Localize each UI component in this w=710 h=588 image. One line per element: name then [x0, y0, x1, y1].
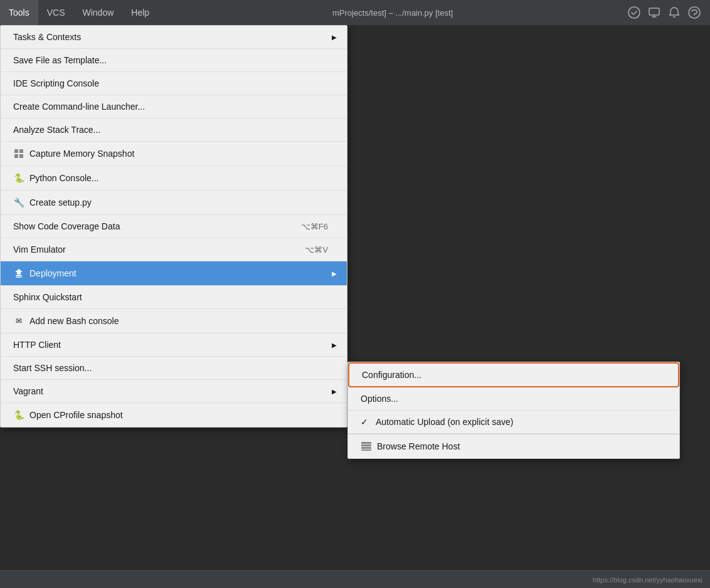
menu-item-capture-memory[interactable]: Capture Memory Snapshot: [1, 142, 347, 166]
analyze-stack-label: Analyze Stack Trace...: [13, 125, 100, 135]
svg-rect-7: [16, 275, 22, 276]
tasks-label: Tasks & Contexts: [13, 32, 81, 42]
menu-item-create-setup[interactable]: 🔧 Create setup.py: [1, 191, 347, 215]
tools-dropdown: Tasks & Contexts Save File as Template..…: [0, 25, 347, 428]
chat-icon[interactable]: [687, 6, 701, 19]
svg-rect-1: [649, 8, 659, 15]
svg-rect-8: [16, 277, 22, 278]
menu-item-vagrant[interactable]: Vagrant: [1, 380, 347, 403]
python-icon: 🐍: [13, 172, 24, 184]
vim-label: Vim Emulator: [13, 244, 66, 255]
window-title: mProjects/test] – .../main.py [test]: [158, 0, 627, 25]
menu-item-tasks[interactable]: Tasks & Contexts: [1, 26, 347, 49]
menu-item-ssh[interactable]: Start SSH session...: [1, 357, 347, 380]
menu-item-python-console[interactable]: 🐍 Python Console...: [1, 166, 347, 191]
ide-scripting-label: IDE Scripting Console: [13, 78, 99, 88]
submenu-item-browse-remote[interactable]: Browse Remote Host: [348, 434, 679, 458]
menu-vcs[interactable]: VCS: [38, 0, 74, 25]
svg-point-2: [689, 7, 700, 18]
menu-item-deployment[interactable]: Deployment: [1, 261, 347, 286]
sphinx-label: Sphinx Quickstart: [13, 292, 82, 302]
svg-point-0: [628, 7, 640, 18]
http-client-label: HTTP Client: [13, 340, 61, 350]
app-menubar: Tools VCS Window Help mProjects/test] – …: [0, 0, 710, 25]
monitor-icon[interactable]: [647, 6, 661, 19]
browse-remote-icon: [361, 441, 372, 452]
configuration-label: Configuration...: [362, 370, 421, 380]
svg-rect-4: [19, 149, 23, 153]
status-bar: https://blog.csdn.net/yyhaohaoxuexi: [0, 570, 710, 588]
bash-icon: ✉: [13, 315, 24, 327]
cprofile-label: Open CProfile snapshot: [29, 410, 123, 420]
svg-rect-12: [361, 449, 371, 451]
deployment-label: Deployment: [29, 268, 77, 278]
check-circle-icon[interactable]: [627, 6, 641, 19]
menu-tools[interactable]: Tools: [0, 0, 38, 25]
menu-item-cprofile[interactable]: 🐍 Open CProfile snapshot: [1, 403, 347, 427]
deployment-submenu: Configuration... Options... ✓ Automatic …: [347, 362, 680, 459]
menu-item-save-template[interactable]: Save File as Template...: [1, 49, 347, 72]
browse-remote-label: Browse Remote Host: [377, 441, 460, 451]
menu-item-analyze-stack[interactable]: Analyze Stack Trace...: [1, 118, 347, 142]
svg-rect-5: [14, 154, 18, 158]
menu-item-show-coverage[interactable]: Show Code Coverage Data ⌥⌘F6: [1, 215, 347, 238]
checkmark-icon: ✓: [361, 417, 368, 427]
svg-rect-9: [361, 442, 371, 444]
create-setup-label: Create setup.py: [29, 197, 92, 207]
menu-window[interactable]: Window: [73, 0, 122, 25]
show-coverage-label: Show Code Coverage Data: [13, 221, 120, 231]
setup-icon: 🔧: [13, 197, 24, 208]
auto-upload-label: Automatic Upload (on explicit save): [376, 417, 513, 427]
submenu-item-configuration[interactable]: Configuration...: [348, 362, 679, 387]
svg-rect-6: [19, 154, 23, 158]
menu-item-ide-scripting[interactable]: IDE Scripting Console: [1, 72, 347, 95]
deployment-icon: [13, 268, 24, 279]
status-url: https://blog.csdn.net/yyhaohaoxuexi: [593, 576, 702, 584]
svg-rect-3: [14, 149, 18, 153]
python-console-label: Python Console...: [29, 173, 99, 183]
snapshot-icon: [13, 148, 24, 159]
menu-item-bash-console[interactable]: ✉ Add new Bash console: [1, 309, 347, 333]
menu-help[interactable]: Help: [122, 0, 158, 25]
submenu-item-auto-upload[interactable]: ✓ Automatic Upload (on explicit save): [348, 411, 679, 434]
toolbar-icons: [627, 0, 710, 25]
menu-item-vim[interactable]: Vim Emulator ⌥⌘V: [1, 238, 347, 261]
cprofile-icon: 🐍: [13, 409, 24, 421]
menu-item-http-client[interactable]: HTTP Client: [1, 333, 347, 357]
menu-item-sphinx[interactable]: Sphinx Quickstart: [1, 286, 347, 309]
vagrant-label: Vagrant: [13, 386, 43, 396]
cmd-launcher-label: Create Command-line Launcher...: [13, 102, 145, 112]
submenu-item-options[interactable]: Options...: [348, 387, 679, 411]
menu-item-cmd-launcher[interactable]: Create Command-line Launcher...: [1, 95, 347, 118]
save-template-label: Save File as Template...: [13, 55, 107, 65]
capture-memory-label: Capture Memory Snapshot: [29, 149, 134, 159]
bell-icon[interactable]: [667, 6, 681, 19]
options-label: Options...: [361, 394, 398, 404]
svg-rect-10: [361, 444, 371, 446]
vim-shortcut: ⌥⌘V: [305, 245, 328, 255]
bash-console-label: Add new Bash console: [29, 316, 119, 326]
ssh-label: Start SSH session...: [13, 363, 92, 373]
coverage-shortcut: ⌥⌘F6: [301, 222, 328, 231]
svg-rect-11: [361, 447, 371, 449]
